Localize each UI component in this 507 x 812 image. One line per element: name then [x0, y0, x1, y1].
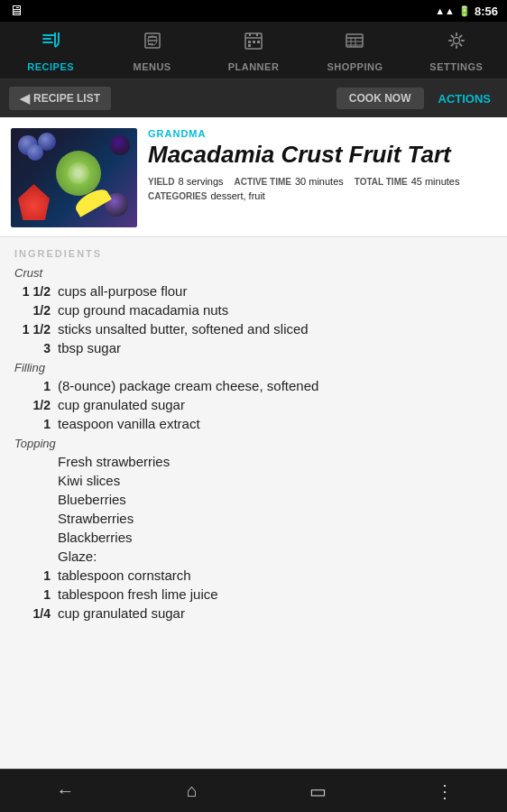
top-navigation: RECIPES MENUS	[0, 22, 507, 79]
cook-now-button[interactable]: COOK NOW	[336, 88, 424, 109]
planner-icon	[242, 29, 265, 58]
content-area: GRANDMA Macadamia Crust Fruit Tart YIELD…	[0, 117, 507, 769]
breadcrumb-bar: ◀ RECIPE LIST COOK NOW ACTIONS	[0, 79, 507, 117]
categories-row: CATEGORIES dessert, fruit	[148, 190, 265, 201]
ingredient-text: tablespoon fresh lime juice	[58, 586, 218, 602]
menus-icon	[141, 29, 164, 58]
crust-label: Crust	[14, 266, 493, 280]
system-icons: ▲▲ 🔋 8:56	[435, 5, 498, 18]
svg-rect-12	[248, 41, 251, 43]
recipe-info: GRANDMA Macadamia Crust Fruit Tart YIELD…	[148, 128, 496, 227]
nav-item-menus[interactable]: MENUS	[101, 22, 202, 78]
active-time-row: ACTIVE TIME 30 minutes	[235, 176, 344, 187]
recipe-image	[11, 128, 137, 227]
strawberry-decoration	[18, 184, 50, 220]
recents-button[interactable]: ▭	[295, 773, 341, 809]
blueberry-3	[27, 144, 43, 161]
shopping-icon	[343, 29, 366, 58]
status-icons: 🖥	[9, 3, 23, 19]
home-button[interactable]: ⌂	[172, 773, 212, 808]
yield-value: 8 servings	[178, 176, 223, 187]
back-button[interactable]: ◀ RECIPE LIST	[9, 87, 111, 110]
ingredient-amount: 1/2	[14, 398, 51, 412]
ingredient-text: cups all-purpose flour	[58, 283, 187, 299]
ingredient-amount: 1/4	[14, 606, 51, 621]
recipe-meta: YIELD 8 servings ACTIVE TIME 30 minutes …	[148, 176, 496, 201]
ingredient-text: (8-ounce) package cream cheese, softened	[58, 378, 318, 393]
topping-label: Topping	[14, 437, 493, 450]
app-icon: 🖥	[9, 3, 23, 19]
nav-item-planner[interactable]: PLANNER	[203, 22, 304, 78]
recipe-category: GRANDMA	[148, 128, 496, 139]
recents-icon: ▭	[309, 781, 327, 801]
list-item: 1 tablespoon fresh lime juice	[14, 585, 493, 604]
recipe-title: Macadamia Crust Fruit Tart	[148, 141, 496, 169]
settings-label: SETTINGS	[429, 61, 483, 72]
cook-now-label: COOK NOW	[349, 92, 411, 105]
list-item: Blueberries	[58, 490, 493, 509]
back-nav-button[interactable]: ←	[41, 773, 88, 808]
more-button[interactable]: ⋮	[425, 773, 466, 809]
fruit-illustration	[11, 128, 137, 227]
list-item: Blackberries	[58, 528, 493, 547]
recipes-icon	[39, 29, 62, 58]
list-item: 1/2 cup ground macadamia nuts	[14, 300, 493, 319]
ingredient-amount: 1/2	[14, 303, 51, 318]
recipes-label: RECIPES	[27, 61, 74, 72]
total-time-value: 45 minutes	[411, 176, 460, 187]
svg-point-22	[453, 37, 459, 43]
back-label: RECIPE LIST	[33, 92, 100, 105]
svg-rect-2	[42, 42, 53, 43]
ingredient-text: tablespoon cornstarch	[58, 567, 191, 583]
filling-label: Filling	[14, 361, 493, 374]
recipe-header: GRANDMA Macadamia Crust Fruit Tart YIELD…	[0, 117, 507, 237]
ingredient-amount: 1	[14, 568, 51, 583]
ingredient-text: teaspoon vanilla extract	[58, 416, 200, 431]
ingredient-text: cup granulated sugar	[58, 605, 185, 621]
list-item: 1 (8-ounce) package cream cheese, soften…	[14, 376, 493, 395]
ingredient-amount: 1	[14, 417, 51, 431]
kiwi-decoration	[56, 151, 101, 196]
ingredient-amount: 1 1/2	[14, 284, 51, 299]
battery-icon: 🔋	[458, 5, 471, 17]
nav-item-shopping[interactable]: SHOPPING	[304, 22, 405, 78]
list-item: Kiwi slices	[58, 471, 493, 490]
status-bar: 🖥 ▲▲ 🔋 8:56	[0, 0, 507, 22]
list-item: 1/2 cup granulated sugar	[14, 395, 493, 414]
active-time-label: ACTIVE TIME	[235, 177, 291, 187]
total-time-row: TOTAL TIME 45 minutes	[355, 176, 460, 187]
nav-item-settings[interactable]: SETTINGS	[406, 22, 507, 78]
svg-rect-13	[253, 41, 255, 43]
ingredient-text: cup granulated sugar	[58, 397, 185, 412]
svg-rect-1	[42, 38, 51, 40]
svg-rect-14	[248, 44, 251, 47]
list-item: 1/4 cup granulated sugar	[14, 604, 493, 623]
ingredient-group-crust: Crust 1 1/2 cups all-purpose flour 1/2 c…	[14, 266, 493, 357]
categories-label: CATEGORIES	[148, 191, 207, 201]
ingredient-group-topping: Topping Fresh strawberries Kiwi slices B…	[14, 437, 493, 623]
list-item: 1 1/2 cups all-purpose flour	[14, 281, 493, 300]
more-icon: ⋮	[436, 781, 455, 801]
actions-button[interactable]: ACTIONS	[431, 88, 499, 110]
home-icon: ⌂	[187, 780, 198, 800]
nav-item-recipes[interactable]: RECIPES	[0, 22, 101, 78]
ingredient-amount: 3	[14, 341, 51, 355]
settings-icon	[445, 29, 468, 58]
list-item: Strawberries	[58, 509, 493, 528]
list-item: 1 teaspoon vanilla extract	[14, 414, 493, 433]
ingredient-group-filling: Filling 1 (8-ounce) package cream cheese…	[14, 361, 493, 433]
ingredients-section: INGREDIENTS Crust 1 1/2 cups all-purpose…	[0, 237, 507, 628]
ingredient-amount: 1	[14, 587, 51, 602]
list-item: Glaze:	[58, 547, 493, 566]
list-item: Fresh strawberries	[58, 452, 493, 471]
status-time: 8:56	[475, 5, 498, 18]
ingredients-title: INGREDIENTS	[14, 248, 493, 259]
svg-rect-0	[42, 34, 55, 36]
categories-value: dessert, fruit	[210, 190, 265, 201]
wifi-icon: ▲▲	[435, 5, 455, 16]
list-item: 1 1/2 sticks unsalted butter, softened a…	[14, 319, 493, 338]
back-nav-icon: ←	[56, 780, 74, 800]
blackberry-2	[110, 135, 130, 155]
bottom-navigation: ← ⌂ ▭ ⋮	[0, 769, 507, 812]
list-item: 1 tablespoon cornstarch	[14, 566, 493, 585]
